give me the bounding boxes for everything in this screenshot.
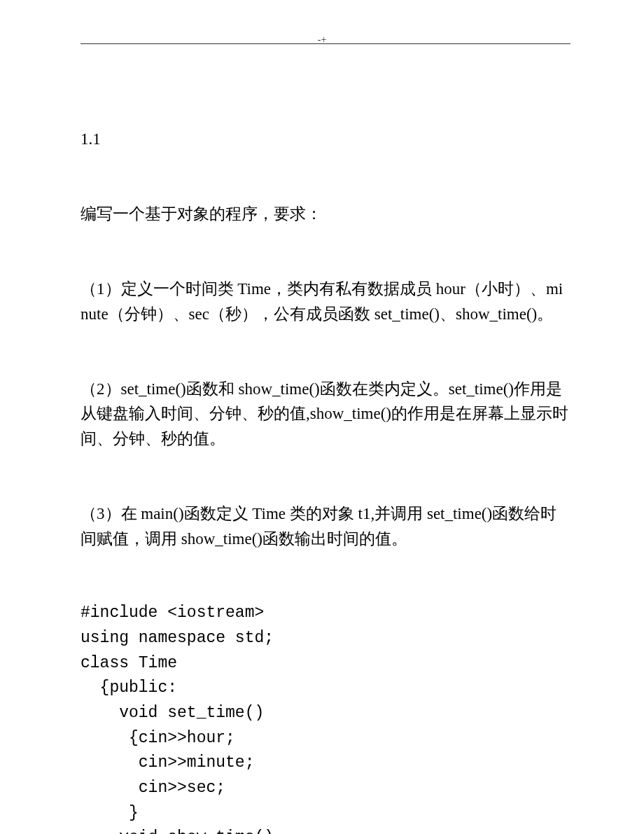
intro-line: 编写一个基于对象的程序，要求： — [80, 202, 570, 227]
code-block: #include <iostream> using namespace std;… — [80, 601, 570, 834]
requirement-2: （2）set_time()函数和 show_time()函数在类内定义。set_… — [80, 377, 570, 452]
requirement-3: （3）在 main()函数定义 Time 类的对象 t1,并调用 set_tim… — [80, 501, 570, 551]
requirement-1: （1）定义一个时间类 Time，类内有私有数据成员 hour（小时）、minut… — [80, 277, 570, 326]
document-body: 1.1 编写一个基于对象的程序，要求： （1）定义一个时间类 Time，类内有私… — [80, 77, 570, 834]
page: -+ 1.1 编写一个基于对象的程序，要求： （1）定义一个时间类 Time，类… — [0, 0, 644, 834]
header-rule — [80, 43, 570, 44]
section-number: 1.1 — [80, 127, 570, 152]
header-mark: -+ — [0, 32, 644, 48]
